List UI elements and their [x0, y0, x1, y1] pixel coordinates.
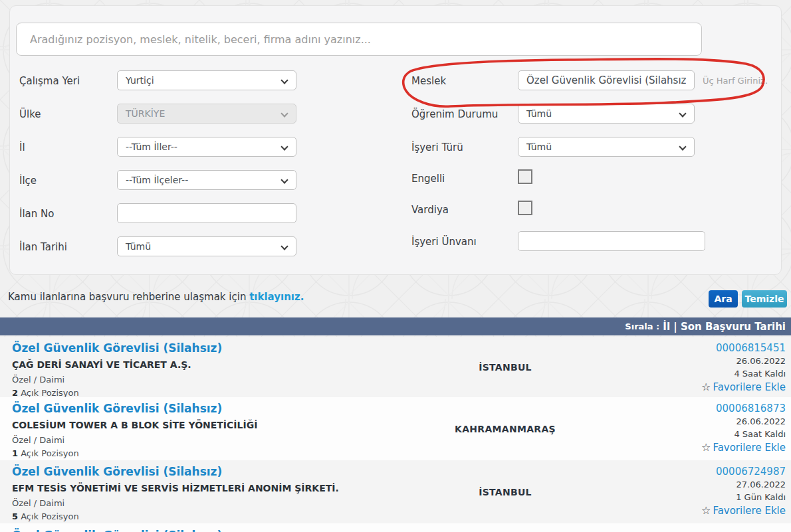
- chevron-down-icon: [679, 110, 686, 117]
- job-left-block: Özel Güvenlik Görevlisi (Silahsız) EFM T…: [12, 465, 339, 522]
- public-ads-guide-text: Kamu ilanlarına başvuru rehberine ulaşma…: [8, 291, 304, 303]
- vardiya-checkbox[interactable]: [518, 201, 532, 215]
- chevron-down-icon: [281, 110, 288, 117]
- job-id: 00006815451: [701, 341, 786, 355]
- job-left-block: Özel Güvenlik Görevlisi (Silahsız): [12, 529, 222, 532]
- ilce-select[interactable]: --Tüm İlçeler--: [117, 170, 296, 190]
- job-type: Özel / Daimi: [12, 498, 339, 509]
- job-city: İSTANBUL: [359, 487, 651, 497]
- job-right-block: 00006724987 27.06.2022 1 Gün Kaldı ☆Favo…: [701, 465, 786, 518]
- search-button[interactable]: Ara: [709, 290, 738, 308]
- positions-text: Açık Pozisyon: [18, 448, 79, 458]
- ilce-label: İlçe: [19, 175, 37, 187]
- job-id: 00006724987: [701, 465, 786, 478]
- chevron-down-icon: [679, 143, 686, 150]
- positions-text: Açık Pozisyon: [18, 511, 79, 521]
- isyeri-turu-label: İşyeri Türü: [411, 141, 463, 153]
- isyeri-unvani-label: İşyeri Ünvanı: [411, 236, 477, 248]
- calisma-yeri-value: Yurtiçi: [126, 75, 154, 86]
- add-to-favorites-link[interactable]: ☆Favorilere Ekle: [701, 380, 786, 395]
- il-select[interactable]: --Tüm İller--: [117, 137, 296, 157]
- job-title-link[interactable]: Özel Güvenlik Görevlisi (Silahsız): [12, 529, 222, 532]
- vardiya-label: Vardiya: [411, 204, 449, 216]
- job-title-link[interactable]: Özel Güvenlik Görevlisi (Silahsız): [12, 465, 339, 478]
- calisma-yeri-select[interactable]: Yurtiçi: [117, 70, 296, 90]
- add-to-favorites-link[interactable]: ☆Favorilere Ekle: [701, 440, 786, 455]
- keyword-search-input[interactable]: [16, 23, 702, 56]
- isyeri-turu-select[interactable]: Tümü: [518, 137, 695, 157]
- star-icon: ☆: [701, 381, 711, 393]
- job-open-positions: 5 Açık Pozisyon: [12, 511, 339, 522]
- star-icon: ☆: [701, 441, 711, 454]
- positions-text: Açık Pozisyon: [18, 388, 79, 398]
- engelli-label: Engelli: [411, 173, 445, 185]
- job-row: Özel Güvenlik Görevlisi (Silahsız) EFM T…: [0, 460, 791, 523]
- clear-button[interactable]: Temizle: [742, 290, 787, 308]
- calisma-yeri-label: Çalışma Yeri: [19, 75, 80, 87]
- job-date: 27.06.2022: [701, 478, 786, 491]
- job-left-block: Özel Güvenlik Görevlisi (Silahsız) COLES…: [12, 402, 257, 459]
- job-remaining: 4 Saat Kaldı: [701, 428, 786, 440]
- sort-label: Sırala :: [625, 321, 659, 331]
- job-date: 26.06.2022: [701, 355, 786, 367]
- meslek-label: Meslek: [411, 75, 446, 87]
- ilan-no-input[interactable]: [117, 203, 296, 223]
- chevron-down-icon: [281, 143, 288, 150]
- positions-count: 1: [12, 448, 18, 458]
- meslek-hint: Üç Harf Giriniz.: [703, 76, 768, 86]
- favorites-label: Favorilere Ekle: [713, 505, 786, 517]
- chevron-down-icon: [281, 242, 288, 250]
- job-row: Özel Güvenlik Görevlisi (Silahsız) ÇAĞ D…: [0, 337, 791, 397]
- job-search-page: Çalışma Yeri Yurtiçi Ülke TÜRKİYE İl --T…: [0, 0, 791, 532]
- favorites-label: Favorilere Ekle: [713, 381, 786, 393]
- job-row-partial: Özel Güvenlik Görevlisi (Silahsız): [0, 523, 791, 532]
- isyeri-turu-value: Tümü: [526, 141, 552, 152]
- job-type: Özel / Daimi: [12, 375, 222, 385]
- ulke-select: TÜRKİYE: [117, 104, 296, 124]
- ogrenim-durumu-select[interactable]: Tümü: [518, 104, 695, 124]
- job-title-link[interactable]: Özel Güvenlik Görevlisi (Silahsız): [12, 341, 222, 355]
- job-right-block: 00006816873 26.06.2022 4 Saat Kaldı ☆Fav…: [701, 402, 786, 455]
- il-label: İl: [19, 141, 25, 153]
- job-remaining: 4 Saat Kaldı: [701, 367, 786, 380]
- job-open-positions: 1 Açık Pozisyon: [12, 448, 257, 459]
- positions-count: 5: [12, 511, 18, 521]
- job-right-block: 00006815451 26.06.2022 4 Saat Kaldı ☆Fav…: [701, 341, 786, 395]
- ulke-label: Ülke: [19, 108, 41, 120]
- job-id: 00006816873: [701, 402, 786, 415]
- ogrenim-durumu-value: Tümü: [526, 108, 552, 119]
- meslek-input[interactable]: [518, 70, 695, 90]
- positions-count: 2: [12, 388, 18, 398]
- ulke-value: TÜRKİYE: [126, 108, 165, 119]
- ilan-no-label: İlan No: [19, 208, 54, 220]
- engelli-checkbox[interactable]: [518, 169, 532, 184]
- job-company: EFM TESİS YÖNETİMİ VE SERVİS HİZMETLERİ …: [12, 483, 339, 494]
- results-list: Özel Güvenlik Görevlisi (Silahsız) ÇAĞ D…: [0, 337, 791, 532]
- guide-link[interactable]: tıklayınız.: [249, 291, 304, 303]
- favorites-label: Favorilere Ekle: [713, 442, 786, 454]
- job-company: COLESİUM TOWER A B BLOK SİTE YÖNETİCİLİĞ…: [12, 420, 257, 431]
- sort-bar: Sırala : İl | Son Başvuru Tarihi: [0, 317, 791, 335]
- job-city: İSTANBUL: [359, 362, 651, 373]
- job-title-link[interactable]: Özel Güvenlik Görevlisi (Silahsız): [12, 402, 257, 415]
- star-icon: ☆: [701, 504, 711, 517]
- filter-panel: Çalışma Yeri Yurtiçi Ülke TÜRKİYE İl --T…: [9, 5, 782, 275]
- job-left-block: Özel Güvenlik Görevlisi (Silahsız) ÇAĞ D…: [12, 341, 222, 399]
- job-remaining: 1 Gün Kaldı: [701, 491, 786, 503]
- add-to-favorites-link[interactable]: ☆Favorilere Ekle: [701, 503, 786, 518]
- ilan-tarihi-value: Tümü: [126, 241, 151, 252]
- job-type: Özel / Daimi: [12, 435, 257, 446]
- isyeri-unvani-input[interactable]: [518, 231, 705, 251]
- guide-text: Kamu ilanlarına başvuru rehberine ulaşma…: [8, 291, 246, 303]
- ilan-tarihi-label: İlan Tarihi: [19, 241, 67, 253]
- ilan-tarihi-select[interactable]: Tümü: [117, 236, 296, 256]
- sort-options[interactable]: İl | Son Başvuru Tarihi: [663, 321, 786, 333]
- ogrenim-durumu-label: Öğrenim Durumu: [411, 108, 498, 120]
- chevron-down-icon: [281, 76, 288, 84]
- job-city: KAHRAMANMARAŞ: [359, 424, 651, 434]
- job-row: Özel Güvenlik Görevlisi (Silahsız) COLES…: [0, 397, 791, 460]
- il-value: --Tüm İller--: [126, 141, 177, 152]
- chevron-down-icon: [281, 176, 288, 183]
- ilce-value: --Tüm İlçeler--: [126, 175, 188, 185]
- job-date: 26.06.2022: [701, 415, 786, 428]
